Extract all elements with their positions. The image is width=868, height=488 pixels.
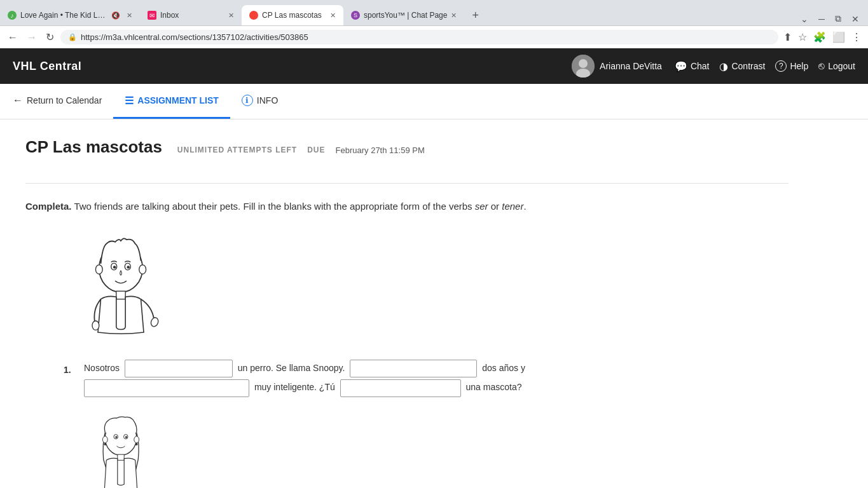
profile-button[interactable]: ⬜ [831,30,846,44]
return-arrow-icon: ← [13,95,23,106]
tab4-close[interactable]: ✕ [451,11,457,20]
svg-point-20 [134,437,139,443]
forward-button[interactable]: → [24,30,39,44]
main-content: CP Las mascotas UNLIMITED ATTEMPTS LEFT … [0,119,814,488]
bookmark-button[interactable]: ☆ [797,30,808,44]
divider-1 [25,183,789,184]
tab1-mute-icon: 🔇 [111,11,120,20]
q1-text4: muy inteligente. ¿Tú [254,382,338,392]
q1-blank3[interactable] [84,379,249,397]
attempts-label: UNLIMITED ATTEMPTS LEFT [177,146,297,154]
svg-point-17 [125,436,127,438]
svg-rect-22 [118,454,124,460]
menu-button[interactable]: ⋮ [850,30,863,44]
tab-bar: ♪ Love Again • The Kid LAROI 🔇 ✕ ✉ Inbox… [0,0,868,25]
restore-button[interactable]: ⧉ [831,12,845,25]
extensions-button[interactable]: 🧩 [812,30,827,44]
tab-cp-las-mascotas[interactable]: CP Las mascotas ✕ [242,5,343,25]
q1-text5: una mascota? [466,382,522,392]
return-to-calendar-link[interactable]: ← Return to Calendar [13,84,113,119]
svg-point-6 [113,266,116,269]
app-logo: VHL Central [13,60,81,73]
nav-bar: ← Return to Calendar ☰ ASSIGNMENT LIST ℹ… [0,84,868,119]
return-to-calendar-label: Return to Calendar [27,95,102,105]
user-name: Arianna DeVitta [600,61,662,71]
header-nav: 💬 Chat ◑ Contrast ? Help ⎋ Logout [675,60,855,72]
close-window-button[interactable]: ✕ [848,13,863,25]
chat-icon: 💬 [675,60,687,72]
assignment-header: CP Las mascotas UNLIMITED ATTEMPTS LEFT … [25,137,789,168]
svg-point-16 [115,436,117,438]
info-link[interactable]: ℹ INFO [230,84,289,119]
minimize-button[interactable]: ─ [815,13,829,25]
chat-link[interactable]: 💬 Chat [675,60,710,72]
tab3-favicon [249,11,258,20]
question-1-number: 1. [64,365,79,375]
svg-point-18 [102,437,107,443]
svg-point-21 [135,443,138,445]
due-label: DUE [307,146,325,154]
character-svg-1 [64,229,178,344]
chat-label: Chat [691,61,710,71]
help-icon: ? [775,60,787,72]
question-1-content: Nosotros un perro. Se llama Snoopy. dos … [84,358,525,398]
tab2-favicon: ✉ [148,11,156,20]
header-right: Arianna DeVitta 💬 Chat ◑ Contrast ? Help… [572,55,855,78]
tab4-title: sportsYou™ | Chat Page [364,11,447,20]
q1-text1: Nosotros [84,363,122,373]
help-label: Help [790,61,808,71]
share-button[interactable]: ⬆ [782,30,793,44]
svg-point-1 [579,59,588,68]
tab-sportsyou[interactable]: S sportsYou™ | Chat Page ✕ [343,5,464,25]
q1-blank1[interactable] [125,360,233,377]
character-image-1 [64,229,789,346]
tab1-close[interactable]: ✕ [127,11,132,20]
logout-icon: ⎋ [818,60,825,72]
tab-inbox[interactable]: ✉ Inbox ✕ [140,5,242,25]
new-tab-button[interactable]: + [467,5,484,25]
instruction-bold: Completa. [25,201,72,212]
instruction-paragraph: Completa. Two friends are talking about … [25,199,789,214]
lock-icon: 🔒 [68,33,77,41]
address-actions: ⬆ ☆ 🧩 ⬜ ⋮ [782,30,863,44]
assignment-list-link[interactable]: ☰ ASSIGNMENT LIST [113,84,230,119]
url-bar[interactable]: 🔒 https://m3a.vhlcentral.com/sections/13… [60,30,778,44]
tab3-title: CP Las mascotas [262,11,326,20]
back-button[interactable]: ← [5,30,20,44]
assignment-list-icon: ☰ [125,95,134,107]
q1-blank4[interactable] [340,379,461,397]
tab-list-button[interactable]: ⌄ [797,13,812,25]
reload-button[interactable]: ↻ [43,30,57,44]
logout-label: Logout [828,61,855,71]
assignment-list-label: ASSIGNMENT LIST [137,95,219,105]
tab2-title: Inbox [160,11,224,20]
app-header: VHL Central Arianna DeVitta 💬 Chat ◑ Con… [0,48,868,84]
address-bar: ← → ↻ 🔒 https://m3a.vhlcentral.com/secti… [0,25,868,48]
q1-blank2[interactable] [350,360,477,377]
help-link[interactable]: ? Help [775,60,808,72]
instruction-or: or [488,201,502,212]
contrast-label: Contrast [731,61,765,71]
contrast-link[interactable]: ◑ Contrast [719,60,765,72]
logout-link[interactable]: ⎋ Logout [818,60,855,72]
svg-point-12 [150,316,160,327]
header-user: Arianna DeVitta [572,55,662,78]
assignment-title: CP Las mascotas [25,137,162,157]
tab2-close[interactable]: ✕ [228,11,234,20]
tab-love-again[interactable]: ♪ Love Again • The Kid LAROI 🔇 ✕ [0,5,140,25]
svg-point-8 [95,264,102,273]
info-label: INFO [257,95,278,105]
question-1: 1. Nosotros un perro. Se llama Snoopy. d… [64,358,789,398]
instruction-end: . [523,201,526,212]
tab4-favicon: S [351,11,360,20]
instruction-text: Two friends are talking about their pets… [72,201,475,212]
tab-controls: ⌄ ─ ⧉ ✕ [797,12,868,25]
assignment-meta: UNLIMITED ATTEMPTS LEFT DUE February 27t… [177,146,425,155]
avatar [572,55,595,78]
q1-text3: dos años y [482,363,525,373]
info-icon: ℹ [242,95,253,106]
due-date: February 27th 11:59 PM [336,146,425,155]
tab3-close[interactable]: ✕ [330,11,336,20]
browser-chrome: ♪ Love Again • The Kid LAROI 🔇 ✕ ✉ Inbox… [0,0,868,48]
character-image-2 [64,410,789,488]
